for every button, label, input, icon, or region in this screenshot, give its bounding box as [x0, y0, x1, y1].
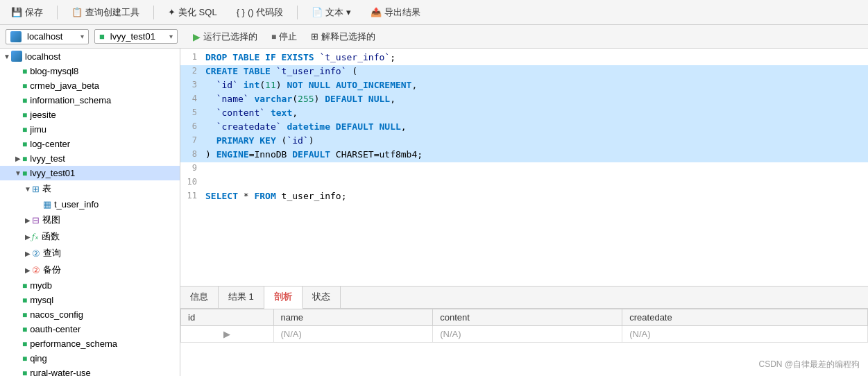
export-button[interactable]: 📤 导出结果 [365, 4, 426, 21]
sidebar-item-jeesite[interactable]: ■ jeesite [0, 108, 180, 122]
sidebar-item-lvyy-test[interactable]: ▶ ■ lvyy_test [0, 151, 180, 166]
save-icon: 💾 [11, 7, 22, 17]
sidebar-item-tables-group[interactable]: ▼ ⊞ 表 [0, 180, 180, 197]
conn-dropdown-icon: ▾ [80, 33, 84, 40]
database-select[interactable]: ■ lvyy_test01 ▾ [94, 29, 178, 44]
tab-result1[interactable]: 结果 1 [219, 287, 264, 308]
table-group-icon: ⊞ [32, 184, 40, 194]
explain-icon: ⊞ [311, 31, 318, 42]
connection-bar: localhost ▾ ■ lvyy_test01 ▾ ▶ 运行已选择的 ■ 停… [0, 25, 868, 49]
table-row: ▶ (N/A) (N/A) (N/A) [181, 326, 868, 343]
col-header-id: id [181, 309, 274, 326]
db-green-icon: ■ [22, 339, 27, 349]
sidebar-item-t-user-info[interactable]: ▦ t_user_info [0, 197, 180, 212]
connection-icon [10, 31, 22, 42]
cell-id: (N/A) [273, 326, 433, 343]
db-green-icon: ■ [22, 368, 27, 377]
db-green-icon: ■ [22, 67, 27, 76]
tab-status[interactable]: 状态 [303, 287, 341, 308]
sidebar-item-lvyy-test01[interactable]: ▼ ■ lvyy_test01 [0, 166, 180, 180]
db-green-icon: ■ [22, 310, 27, 320]
db-icon: ■ [99, 31, 105, 42]
stop-button[interactable]: ■ 停止 [267, 28, 301, 45]
toolbar: 💾 保存 📋 查询创建工具 ✦ 美化 SQL { } () 代码段 📄 文本 ▾… [0, 0, 868, 25]
sidebar-item-mysql[interactable]: ■ mysql [0, 293, 180, 307]
code-snippet-button[interactable]: { } () 代码段 [231, 4, 289, 21]
sidebar-item-localhost[interactable]: ▼ localhost [0, 49, 180, 64]
sidebar-item-log-center[interactable]: ■ log-center [0, 137, 180, 151]
expand-icon: ▶ [24, 233, 32, 241]
code-icon: { } [237, 7, 245, 17]
expand-arrow-icon: ▼ [24, 185, 32, 193]
table-header-row: id name content createdate [181, 309, 868, 326]
func-icon: 𝑓ₓ [32, 231, 39, 242]
code-line: 11 SELECT * FROM t_user_info; [180, 190, 868, 204]
sidebar-item-oauth-center[interactable]: ■ oauth-center [0, 322, 180, 336]
sidebar-item-nacos-config[interactable]: ■ nacos_config [0, 307, 180, 322]
sidebar-item-views-group[interactable]: ▶ ⊟ 视图 [0, 212, 180, 228]
code-line: 7 PRIMARY KEY (`id`) [180, 135, 868, 148]
explain-button[interactable]: ⊞ 解释已选择的 [307, 28, 380, 45]
code-editor[interactable]: 1 DROP TABLE IF EXISTS `t_user_info`; 2 … [180, 49, 868, 286]
play-icon: ▶ [193, 31, 201, 42]
save-button[interactable]: 💾 保存 [6, 4, 49, 21]
tab-profile[interactable]: 剖析 [264, 287, 303, 309]
col-header-name: name [273, 309, 433, 326]
sidebar-item-mydb[interactable]: ■ mydb [0, 278, 180, 293]
sidebar-item-crmeb[interactable]: ■ crmeb_java_beta [0, 78, 180, 93]
tab-info[interactable]: 信息 [180, 287, 219, 308]
text-icon: 📄 [312, 7, 323, 17]
connection-select[interactable]: localhost ▾ [6, 29, 89, 44]
run-buttons: ▶ 运行已选择的 ■ 停止 ⊞ 解释已选择的 [189, 28, 380, 45]
sidebar-item-rural-water[interactable]: ■ rural-water-use [0, 366, 180, 376]
sidebar-item-blog-mysql8[interactable]: ■ blog-mysql8 [0, 64, 180, 78]
toolbar-separator [57, 6, 58, 19]
stop-icon: ■ [271, 32, 276, 42]
cell-content: (N/A) [622, 326, 868, 343]
expand-arrow-icon: ▼ [14, 169, 22, 177]
row-arrow-cell: ▶ [181, 326, 274, 343]
table-icon: ▦ [43, 199, 51, 210]
main-layout: ▼ localhost ■ blog-mysql8 ■ crmeb_java_b… [0, 49, 868, 376]
code-line: 9 [180, 162, 868, 176]
query-icon: ② [32, 248, 40, 259]
sidebar-item-funcs-group[interactable]: ▶ 𝑓ₓ 函数 [0, 228, 180, 245]
run-selected-button[interactable]: ▶ 运行已选择的 [189, 28, 262, 45]
code-line: 4 `name` varchar(255) DEFAULT NULL, [180, 93, 868, 107]
sidebar-item-perf-schema[interactable]: ■ performance_schema [0, 336, 180, 351]
db-green-icon: ■ [22, 81, 27, 91]
cell-name: (N/A) [433, 326, 622, 343]
query-builder-button[interactable]: 📋 查询创建工具 [66, 4, 145, 21]
code-line: 6 `createdate` datetime DEFAULT NULL, [180, 121, 868, 135]
editor-area: 1 DROP TABLE IF EXISTS `t_user_info`; 2 … [180, 49, 868, 376]
sidebar-item-information-schema[interactable]: ■ information_schema [0, 93, 180, 108]
text-button[interactable]: 📄 文本 ▾ [306, 4, 357, 21]
toolbar-separator-3 [297, 6, 298, 19]
expand-icon: ▶ [24, 266, 32, 274]
sidebar-item-backup-group[interactable]: ▶ ② 备份 [0, 262, 180, 278]
results-tabs: 信息 结果 1 剖析 状态 [180, 287, 868, 309]
conn-db-icon [11, 51, 22, 62]
col-header-createdate: createdate [622, 309, 868, 326]
code-line: 5 `content` text, [180, 107, 868, 121]
watermark: CSDN @自律最差的编程狗 [758, 359, 860, 370]
code-line: 8 ) ENGINE=InnoDB DEFAULT CHARSET=utf8mb… [180, 148, 868, 162]
sidebar-item-queries-group[interactable]: ▶ ② 查询 [0, 245, 180, 262]
expand-icon: ▶ [24, 216, 32, 224]
code-line: 10 [180, 176, 868, 190]
expand-arrow-icon: ▶ [14, 155, 22, 162]
sidebar-item-qing[interactable]: ■ qing [0, 351, 180, 366]
code-line: 3 `id` int(11) NOT NULL AUTO_INCREMENT, [180, 79, 868, 93]
export-icon: 📤 [371, 7, 382, 17]
db-green-icon: ■ [22, 139, 27, 149]
db-dropdown-icon: ▾ [169, 33, 173, 40]
sidebar-item-jimu[interactable]: ■ jimu [0, 122, 180, 137]
query-builder-icon: 📋 [71, 7, 83, 17]
col-header-content: content [433, 309, 622, 326]
db-green-icon: ■ [22, 110, 27, 120]
db-green-icon: ■ [22, 325, 27, 334]
dropdown-arrow-icon: ▾ [346, 7, 351, 17]
expand-icon: ▶ [24, 250, 32, 257]
beautify-button[interactable]: ✦ 美化 SQL [162, 4, 223, 21]
toolbar-separator-2 [153, 6, 154, 19]
